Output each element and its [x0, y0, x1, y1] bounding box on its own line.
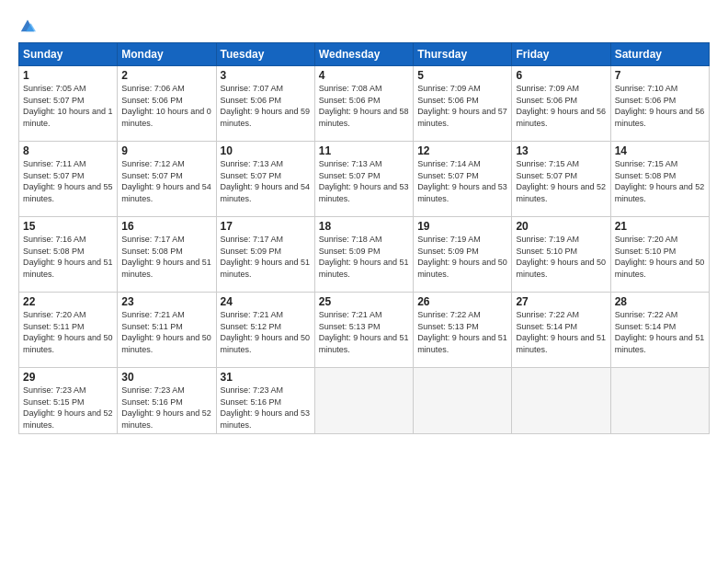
day-info: Sunrise: 7:21 AM Sunset: 5:11 PM Dayligh…: [121, 309, 211, 355]
day-cell-23: 23 Sunrise: 7:21 AM Sunset: 5:11 PM Dayl…: [118, 293, 216, 368]
day-info: Sunrise: 7:05 AM Sunset: 5:07 PM Dayligh…: [23, 83, 113, 129]
day-cell-16: 16 Sunrise: 7:17 AM Sunset: 5:08 PM Dayl…: [118, 217, 216, 293]
day-info: Sunrise: 7:22 AM Sunset: 5:14 PM Dayligh…: [516, 309, 606, 355]
day-number: 2: [121, 69, 211, 82]
header-tuesday: Tuesday: [216, 43, 314, 66]
day-info: Sunrise: 7:11 AM Sunset: 5:07 PM Dayligh…: [23, 158, 113, 204]
day-info: Sunrise: 7:07 AM Sunset: 5:06 PM Dayligh…: [221, 83, 311, 129]
day-number: 16: [121, 220, 211, 233]
day-info: Sunrise: 7:21 AM Sunset: 5:12 PM Dayligh…: [221, 309, 311, 355]
day-number: 3: [221, 69, 311, 82]
day-info: Sunrise: 7:20 AM Sunset: 5:10 PM Dayligh…: [615, 234, 705, 280]
header-thursday: Thursday: [414, 43, 512, 66]
day-info: Sunrise: 7:20 AM Sunset: 5:11 PM Dayligh…: [23, 309, 113, 355]
day-cell-31: 31 Sunrise: 7:23 AM Sunset: 5:16 PM Dayl…: [216, 368, 314, 434]
day-info: Sunrise: 7:17 AM Sunset: 5:08 PM Dayligh…: [121, 234, 211, 280]
day-cell-6: 6 Sunrise: 7:09 AM Sunset: 5:06 PM Dayli…: [512, 66, 610, 142]
day-info: Sunrise: 7:21 AM Sunset: 5:13 PM Dayligh…: [319, 309, 409, 355]
empty-cell: [610, 368, 709, 434]
day-info: Sunrise: 7:22 AM Sunset: 5:14 PM Dayligh…: [615, 309, 705, 355]
day-cell-13: 13 Sunrise: 7:15 AM Sunset: 5:07 PM Dayl…: [512, 142, 610, 217]
day-info: Sunrise: 7:12 AM Sunset: 5:07 PM Dayligh…: [121, 158, 211, 204]
calendar-table: SundayMondayTuesdayWednesdayThursdayFrid…: [18, 42, 710, 434]
header-sunday: Sunday: [19, 43, 118, 66]
day-info: Sunrise: 7:06 AM Sunset: 5:06 PM Dayligh…: [121, 83, 211, 129]
day-cell-29: 29 Sunrise: 7:23 AM Sunset: 5:15 PM Dayl…: [19, 368, 118, 434]
day-cell-5: 5 Sunrise: 7:09 AM Sunset: 5:06 PM Dayli…: [414, 66, 512, 142]
day-info: Sunrise: 7:19 AM Sunset: 5:10 PM Dayligh…: [516, 234, 606, 280]
logo-text: [18, 17, 36, 33]
day-number: 27: [516, 295, 606, 308]
day-number: 7: [615, 69, 705, 82]
calendar-header-row: SundayMondayTuesdayWednesdayThursdayFrid…: [19, 43, 710, 66]
day-cell-24: 24 Sunrise: 7:21 AM Sunset: 5:12 PM Dayl…: [216, 293, 314, 368]
day-number: 1: [23, 69, 113, 82]
day-number: 28: [615, 295, 705, 308]
day-number: 21: [615, 220, 705, 233]
week-row-3: 15 Sunrise: 7:16 AM Sunset: 5:08 PM Dayl…: [19, 217, 710, 293]
day-cell-4: 4 Sunrise: 7:08 AM Sunset: 5:06 PM Dayli…: [314, 66, 413, 142]
day-cell-1: 1 Sunrise: 7:05 AM Sunset: 5:07 PM Dayli…: [19, 66, 118, 142]
day-number: 14: [615, 144, 705, 157]
day-info: Sunrise: 7:16 AM Sunset: 5:08 PM Dayligh…: [23, 234, 113, 280]
day-cell-28: 28 Sunrise: 7:22 AM Sunset: 5:14 PM Dayl…: [610, 293, 709, 368]
day-info: Sunrise: 7:23 AM Sunset: 5:15 PM Dayligh…: [23, 385, 113, 431]
day-number: 15: [23, 220, 113, 233]
day-number: 18: [319, 220, 409, 233]
header-monday: Monday: [118, 43, 216, 66]
page: SundayMondayTuesdayWednesdayThursdayFrid…: [0, 0, 728, 563]
day-cell-7: 7 Sunrise: 7:10 AM Sunset: 5:06 PM Dayli…: [610, 66, 709, 142]
day-cell-25: 25 Sunrise: 7:21 AM Sunset: 5:13 PM Dayl…: [314, 293, 413, 368]
week-row-4: 22 Sunrise: 7:20 AM Sunset: 5:11 PM Dayl…: [19, 293, 710, 368]
day-cell-20: 20 Sunrise: 7:19 AM Sunset: 5:10 PM Dayl…: [512, 217, 610, 293]
header: [18, 17, 710, 33]
header-wednesday: Wednesday: [314, 43, 413, 66]
empty-cell: [512, 368, 610, 434]
day-cell-22: 22 Sunrise: 7:20 AM Sunset: 5:11 PM Dayl…: [19, 293, 118, 368]
day-number: 9: [121, 144, 211, 157]
day-info: Sunrise: 7:23 AM Sunset: 5:16 PM Dayligh…: [121, 385, 211, 431]
day-info: Sunrise: 7:08 AM Sunset: 5:06 PM Dayligh…: [319, 83, 409, 129]
day-info: Sunrise: 7:09 AM Sunset: 5:06 PM Dayligh…: [516, 83, 606, 129]
day-info: Sunrise: 7:10 AM Sunset: 5:06 PM Dayligh…: [615, 83, 705, 129]
day-cell-10: 10 Sunrise: 7:13 AM Sunset: 5:07 PM Dayl…: [216, 142, 314, 217]
week-row-2: 8 Sunrise: 7:11 AM Sunset: 5:07 PM Dayli…: [19, 142, 710, 217]
day-number: 17: [221, 220, 311, 233]
day-info: Sunrise: 7:17 AM Sunset: 5:09 PM Dayligh…: [221, 234, 311, 280]
day-cell-9: 9 Sunrise: 7:12 AM Sunset: 5:07 PM Dayli…: [118, 142, 216, 217]
day-number: 12: [417, 144, 507, 157]
week-row-5: 29 Sunrise: 7:23 AM Sunset: 5:15 PM Dayl…: [19, 368, 710, 434]
day-number: 13: [516, 144, 606, 157]
day-cell-15: 15 Sunrise: 7:16 AM Sunset: 5:08 PM Dayl…: [19, 217, 118, 293]
header-friday: Friday: [512, 43, 610, 66]
day-cell-14: 14 Sunrise: 7:15 AM Sunset: 5:08 PM Dayl…: [610, 142, 709, 217]
day-info: Sunrise: 7:15 AM Sunset: 5:08 PM Dayligh…: [615, 158, 705, 204]
day-number: 10: [221, 144, 311, 157]
day-info: Sunrise: 7:13 AM Sunset: 5:07 PM Dayligh…: [319, 158, 409, 204]
day-cell-3: 3 Sunrise: 7:07 AM Sunset: 5:06 PM Dayli…: [216, 66, 314, 142]
day-number: 6: [516, 69, 606, 82]
day-number: 24: [221, 295, 311, 308]
day-number: 23: [121, 295, 211, 308]
day-number: 29: [23, 371, 113, 384]
day-cell-19: 19 Sunrise: 7:19 AM Sunset: 5:09 PM Dayl…: [414, 217, 512, 293]
logo: [18, 17, 36, 33]
logo-icon: [19, 17, 36, 33]
day-cell-26: 26 Sunrise: 7:22 AM Sunset: 5:13 PM Dayl…: [414, 293, 512, 368]
day-cell-12: 12 Sunrise: 7:14 AM Sunset: 5:07 PM Dayl…: [414, 142, 512, 217]
day-number: 22: [23, 295, 113, 308]
day-info: Sunrise: 7:19 AM Sunset: 5:09 PM Dayligh…: [417, 234, 507, 280]
day-cell-18: 18 Sunrise: 7:18 AM Sunset: 5:09 PM Dayl…: [314, 217, 413, 293]
day-number: 19: [417, 220, 507, 233]
header-saturday: Saturday: [610, 43, 709, 66]
day-number: 20: [516, 220, 606, 233]
day-info: Sunrise: 7:14 AM Sunset: 5:07 PM Dayligh…: [417, 158, 507, 204]
day-number: 25: [319, 295, 409, 308]
day-number: 8: [23, 144, 113, 157]
empty-cell: [414, 368, 512, 434]
day-info: Sunrise: 7:13 AM Sunset: 5:07 PM Dayligh…: [221, 158, 311, 204]
day-cell-8: 8 Sunrise: 7:11 AM Sunset: 5:07 PM Dayli…: [19, 142, 118, 217]
day-cell-11: 11 Sunrise: 7:13 AM Sunset: 5:07 PM Dayl…: [314, 142, 413, 217]
day-cell-21: 21 Sunrise: 7:20 AM Sunset: 5:10 PM Dayl…: [610, 217, 709, 293]
day-number: 26: [417, 295, 507, 308]
